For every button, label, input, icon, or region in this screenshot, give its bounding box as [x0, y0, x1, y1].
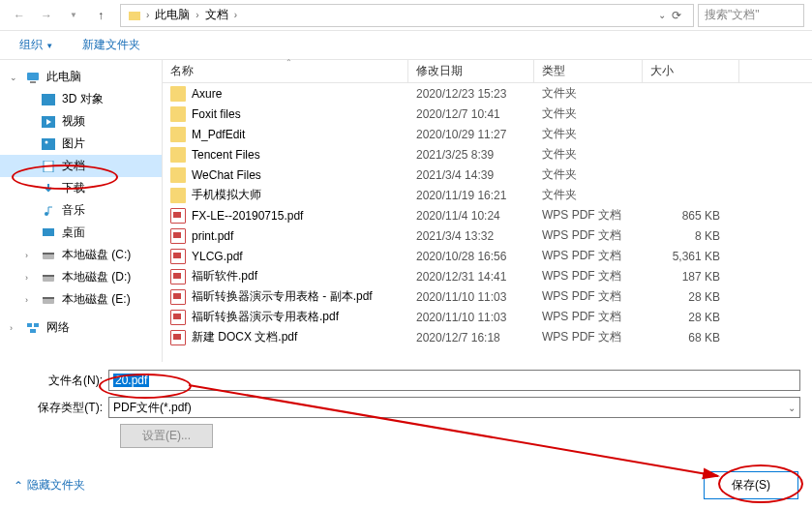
file-size: 8 KB: [643, 229, 739, 243]
chevron-right-icon: ›: [195, 10, 198, 20]
expand-icon[interactable]: ›: [25, 251, 35, 260]
sidebar-item-label: 下载: [62, 180, 85, 196]
column-headers: 名称⌃ 修改日期 类型 大小: [163, 60, 812, 83]
nav-up-button[interactable]: ↑: [91, 6, 110, 25]
pdf-icon: [170, 310, 186, 325]
organize-button[interactable]: 组织 ▼: [19, 37, 53, 53]
file-row[interactable]: FX-LE--20190715.pdf2020/11/4 10:24WPS PD…: [163, 205, 812, 225]
svg-rect-6: [42, 138, 55, 150]
nav-forward-button[interactable]: →: [37, 6, 56, 25]
settings-button[interactable]: 设置(E)...: [120, 424, 213, 448]
file-size: 187 KB: [643, 270, 739, 284]
filetype-select[interactable]: PDF文件(*.pdf)⌄: [108, 397, 800, 418]
file-name: WeChat Files: [192, 168, 261, 182]
svg-rect-1: [27, 73, 39, 80]
pdf-icon: [170, 208, 186, 224]
file-name: FX-LE--20190715.pdf: [192, 209, 303, 223]
save-button[interactable]: 保存(S): [704, 471, 798, 499]
refresh-icon[interactable]: ⟳: [672, 9, 681, 22]
sidebar-item[interactable]: 3D 对象: [0, 88, 162, 110]
filename-input[interactable]: 20.pdf: [108, 370, 800, 391]
sidebar-item-label: 本地磁盘 (C:): [62, 247, 131, 263]
file-row[interactable]: 手机模拟大师2020/11/19 16:21文件夹: [163, 185, 812, 205]
sidebar-item[interactable]: 图片: [0, 133, 162, 155]
tree-icon: [41, 225, 56, 241]
file-row[interactable]: M_PdfEdit2020/10/29 11:27文件夹: [163, 124, 812, 144]
tree-network[interactable]: › 网络: [0, 316, 162, 339]
svg-rect-10: [43, 228, 54, 236]
sidebar-item[interactable]: ›本地磁盘 (D:): [0, 266, 162, 288]
pdf-icon: [170, 228, 186, 244]
file-row[interactable]: 福昕转换器演示专用表格.pdf2020/11/10 11:03WPS PDF 文…: [163, 307, 812, 327]
file-row[interactable]: 福昕软件.pdf2020/12/31 14:41WPS PDF 文档187 KB: [163, 266, 812, 286]
new-folder-button[interactable]: 新建文件夹: [82, 37, 140, 53]
svg-rect-17: [27, 323, 32, 327]
expand-icon[interactable]: ›: [10, 323, 19, 333]
file-date: 2020/10/29 11:27: [408, 128, 534, 141]
sidebar-item[interactable]: 文档: [0, 155, 162, 177]
expand-icon[interactable]: ›: [25, 295, 35, 305]
svg-rect-16: [43, 297, 54, 299]
file-date: 2020/11/19 16:21: [408, 189, 534, 202]
folder-icon: [127, 8, 142, 23]
svg-point-9: [45, 212, 48, 216]
file-row[interactable]: YLCG.pdf2020/10/28 16:56WPS PDF 文档5,361 …: [163, 246, 812, 266]
file-name: 福昕转换器演示专用表格.pdf: [192, 309, 339, 325]
search-input[interactable]: 搜索"文档": [698, 4, 804, 27]
file-row[interactable]: 新建 DOCX 文档.pdf2020/12/7 16:18WPS PDF 文档6…: [163, 327, 812, 347]
filename-label: 文件名(N):: [12, 373, 108, 389]
file-name: Foxit files: [192, 107, 241, 121]
file-name: Tencent Files: [192, 148, 260, 162]
file-size: 68 KB: [643, 331, 739, 344]
file-type: WPS PDF 文档: [534, 227, 643, 244]
file-size: 28 KB: [643, 290, 739, 304]
svg-rect-14: [43, 275, 54, 277]
file-size: 5,361 KB: [643, 250, 739, 263]
file-row[interactable]: 福昕转换器演示专用表格 - 副本.pdf2020/11/10 11:03WPS …: [163, 286, 812, 307]
file-row[interactable]: Foxit files2020/12/7 10:41文件夹: [163, 104, 812, 124]
tree-icon: [41, 92, 56, 107]
sidebar-item[interactable]: 视频: [0, 110, 162, 133]
file-type: WPS PDF 文档: [534, 207, 643, 224]
tree-icon: [41, 114, 56, 130]
file-row[interactable]: WeChat Files2021/3/4 14:39文件夹: [163, 165, 812, 185]
breadcrumb-folder[interactable]: 文档: [203, 7, 230, 23]
tree-this-pc[interactable]: ⌄ 此电脑: [0, 66, 162, 88]
filetype-label: 保存类型(T):: [12, 400, 108, 416]
sort-indicator-icon: ⌃: [286, 58, 292, 67]
col-header-name[interactable]: 名称⌃: [163, 60, 408, 82]
file-type: 文件夹: [534, 126, 643, 142]
sidebar-item-label: 本地磁盘 (E:): [62, 291, 131, 308]
svg-point-7: [45, 140, 48, 143]
col-header-date[interactable]: 修改日期: [408, 60, 534, 82]
hide-folders-toggle[interactable]: ⌃ 隐藏文件夹: [14, 477, 85, 494]
file-date: 2020/12/31 14:41: [408, 270, 534, 284]
collapse-icon[interactable]: ⌄: [10, 73, 19, 82]
chevron-down-icon[interactable]: ⌄: [658, 10, 666, 20]
svg-rect-19: [30, 329, 36, 333]
sidebar-item[interactable]: ›本地磁盘 (E:): [0, 288, 162, 311]
chevron-down-icon: ⌄: [788, 403, 796, 413]
tree-icon: [41, 159, 56, 174]
folder-icon: [170, 86, 186, 102]
svg-rect-18: [34, 323, 39, 327]
col-header-type[interactable]: 类型: [534, 60, 643, 82]
expand-icon[interactable]: ›: [25, 273, 35, 283]
sidebar-item[interactable]: ›本地磁盘 (C:): [0, 244, 162, 266]
address-bar[interactable]: › 此电脑 › 文档 › ⌄ ⟳: [120, 4, 694, 27]
folder-icon: [170, 127, 186, 142]
breadcrumb-root[interactable]: 此电脑: [153, 7, 192, 23]
file-row[interactable]: Axure2020/12/23 15:23文件夹: [163, 83, 812, 104]
col-header-size[interactable]: 大小: [643, 60, 739, 82]
nav-recent-button[interactable]: ▼: [64, 6, 83, 25]
file-row[interactable]: Tencent Files2021/3/25 8:39文件夹: [163, 144, 812, 165]
sidebar-item[interactable]: 下载: [0, 177, 162, 199]
tree-icon: [41, 270, 56, 285]
nav-back-button[interactable]: ←: [10, 6, 29, 25]
sidebar-item[interactable]: 桌面: [0, 222, 162, 244]
file-date: 2021/3/25 8:39: [408, 148, 534, 162]
file-row[interactable]: print.pdf2021/3/4 13:32WPS PDF 文档8 KB: [163, 225, 812, 246]
file-type: 文件夹: [534, 85, 643, 102]
file-name: 手机模拟大师: [192, 187, 261, 203]
sidebar-item[interactable]: 音乐: [0, 199, 162, 222]
